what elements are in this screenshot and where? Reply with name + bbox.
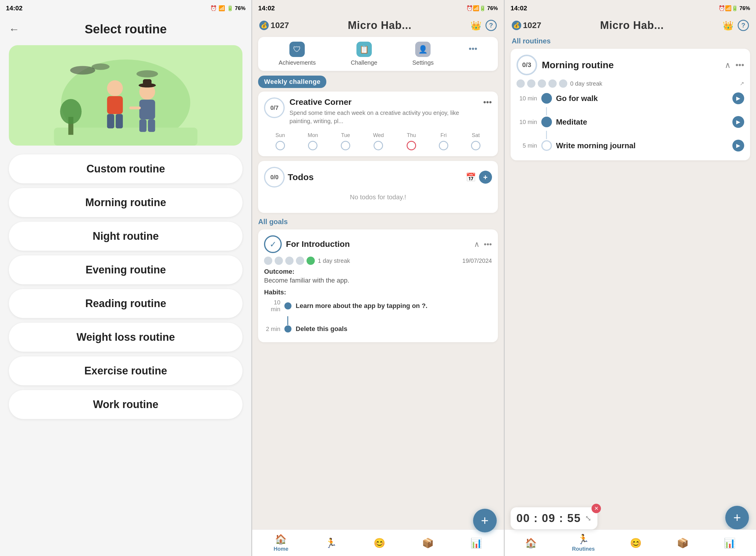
habit-connector-1 [287,316,288,325]
svg-rect-14 [143,79,151,86]
goal-check-circle: ✓ [264,235,282,253]
nav-home-3[interactable]: 🏠 [525,537,537,549]
status-bar-3: 14:02 ⏰📶🔋 76% [505,0,756,16]
outcome-row: Outcome: Become familiar with the app. [264,268,492,284]
select-header: ← Select routine [0,16,251,42]
app-title-3: Micro Hab... [545,19,719,32]
goal-more-icon[interactable]: ••• [484,240,492,249]
chart-icon-3: 📊 [724,537,735,549]
nav-box-3[interactable]: 📦 [677,537,689,549]
habit-title-r3: Write morning journal [556,141,729,150]
settings-label: Settings [412,59,434,66]
no-todos-text: No todos for today.! [264,187,492,207]
habit-time-2: 2 min [264,326,280,333]
svg-rect-7 [107,114,114,129]
habit-dot-2 [284,325,291,333]
svg-point-3 [92,64,109,70]
tab-challenge[interactable]: 📋 Challenge [351,42,377,66]
run-icon-3: 🏃 [577,533,589,545]
goal-card: ✓ For Introduction ∧ ••• 1 day streak 19… [258,230,497,342]
day-thu: Thu [407,132,416,150]
timer-expand-button[interactable]: ⤡ [585,514,591,523]
streak-row-goal: 1 day streak 19/07/2024 [264,256,492,265]
tab-settings[interactable]: 👤 Settings [412,42,434,66]
svg-point-16 [60,99,81,124]
routine-more-icon[interactable]: ••• [735,60,744,70]
routine-habit-3: 5 min Write morning journal ▶ [516,140,744,151]
add-todo-button[interactable]: + [479,171,492,184]
home-icon-3: 🏠 [525,537,537,549]
chart-icon-2: 📊 [471,537,482,549]
day-mon: Mon [308,132,318,150]
habit-time-r1: 10 min [516,95,537,102]
habit-connector-r2 [546,131,547,139]
routine-btn-custom[interactable]: Custom routine [9,154,242,183]
achievements-label: Achievements [279,59,316,66]
routine-btn-night[interactable]: Night routine [9,222,242,251]
face-icon-2: 😊 [374,537,385,549]
svg-point-4 [136,70,158,77]
habit-dot-1 [284,302,291,309]
all-goals-label: All goals [258,218,497,226]
time-3: 14:02 [511,4,527,12]
help-button-3[interactable]: ? [738,20,749,31]
routine-btn-evening[interactable]: Evening routine [9,255,242,284]
nav-face-3[interactable]: 😊 [630,537,642,549]
face-icon-3: 😊 [630,537,642,549]
nav-chart-3[interactable]: 📊 [724,537,735,549]
coin-icon-2: 💰 [259,21,269,30]
nav-box-2[interactable]: 📦 [422,537,434,549]
nav-run-2[interactable]: 🏃 [325,537,337,549]
routine-btn-morning[interactable]: Morning routine [9,188,242,217]
todos-title: Todos [288,172,462,182]
select-routine-panel: 14:02 ⏰ 📶 🔋 76% ← Select routine [0,0,251,556]
routine-btn-reading[interactable]: Reading routine [9,289,242,318]
routine-streak-dots [516,79,567,88]
habit-connector-r1 [546,107,547,115]
days-row: Sun Mon Tue Wed Thu [264,129,492,150]
todos-progress: 0/0 [264,167,285,187]
challenge-label: Challenge [351,59,377,66]
day-sun: Sun [276,132,285,150]
nav-face-2[interactable]: 😊 [374,537,385,549]
nav-chart-2[interactable]: 📊 [471,537,482,549]
fab-add-3[interactable]: + [725,506,749,529]
timer-widget: ✕ 00 : 09 : 55 ⤡ [511,507,597,529]
tab-achievements[interactable]: 🛡 Achievements [279,42,316,66]
play-button-r3[interactable]: ▶ [732,140,744,151]
calendar-icon[interactable]: 📅 [466,172,476,182]
nav-routines-3[interactable]: 🏃 Routines [572,533,595,552]
timer-minutes: 09 [542,512,555,524]
day-sat: Sat [471,132,480,150]
routine-btn-work[interactable]: Work routine [9,390,242,419]
header-icons-3: 👑 ? [723,20,749,31]
routine-btn-weight[interactable]: Weight loss routine [9,323,242,352]
play-button-r1[interactable]: ▶ [732,93,744,104]
timer-close-button[interactable]: ✕ [591,504,601,513]
routine-btn-exercise[interactable]: Exercise routine [9,356,242,385]
nav-home-2[interactable]: 🏠 Home [273,533,288,552]
routine-chevron-icon[interactable]: ∧ [725,60,731,70]
goal-header: ✓ For Introduction ∧ ••• [264,235,492,253]
habit-name-1: Learn more about the app by tapping on ?… [296,302,492,310]
status-icons-2: ⏰📶🔋 76% [466,5,498,11]
crown-icon-2[interactable]: 👑 [471,21,481,31]
routine-habit-2: 10 min Meditate ▶ [516,116,744,128]
svg-rect-1 [54,128,198,146]
play-button-r2[interactable]: ▶ [732,116,744,128]
illustration [9,45,242,146]
back-button[interactable]: ← [9,23,20,35]
fab-add-2[interactable]: + [473,509,497,532]
home-icon-2: 🏠 [275,533,287,545]
timer-seconds: 55 [567,512,581,524]
goal-chevron-icon[interactable]: ∧ [474,240,480,249]
challenge-more-icon[interactable]: ••• [483,98,492,107]
app-header-2: 💰 1027 Micro Hab... 👑 ? [252,16,504,35]
help-button-2[interactable]: ? [485,20,497,31]
box-icon-2: 📦 [422,537,434,549]
streak-row-routine: 0 day streak ↗ [516,79,744,88]
coins-display-2: 💰 1027 [259,21,289,30]
crown-icon-3[interactable]: 👑 [723,21,733,31]
habit-bullet-r3 [541,140,552,151]
tab-more[interactable]: ••• [469,42,477,66]
